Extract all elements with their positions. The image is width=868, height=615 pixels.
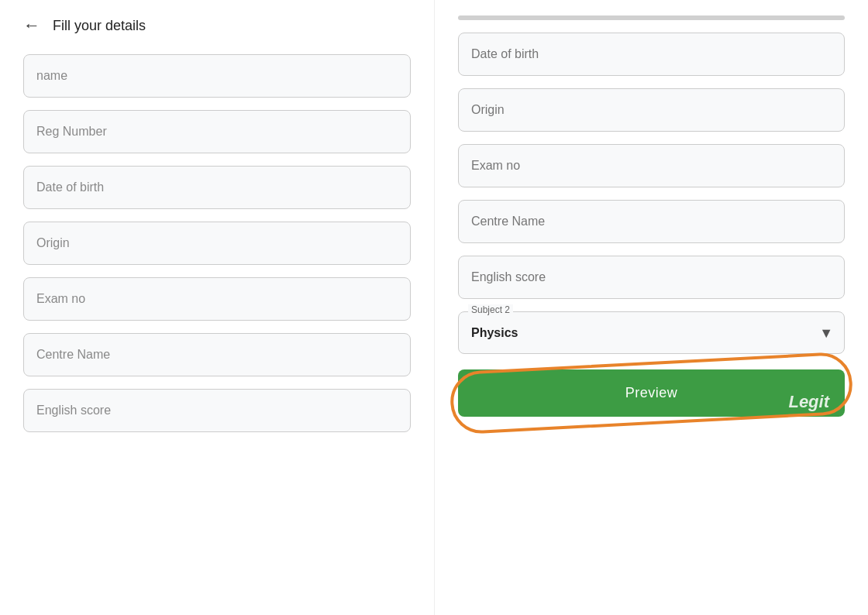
english-score-right-field[interactable] [458,256,845,299]
name-field[interactable] [23,54,411,98]
subject2-dropdown-wrapper: Subject 2 Physics Chemistry Biology Math… [458,311,845,354]
exam-no-field[interactable] [23,277,411,321]
right-panel: Subject 2 Physics Chemistry Biology Math… [434,0,868,615]
exam-no-right-field[interactable] [458,144,845,187]
centre-name-right-field[interactable] [458,200,845,243]
preview-button-wrapper: Preview Legit [458,369,845,417]
date-of-birth-field[interactable] [23,166,411,209]
date-of-birth-right-field[interactable] [458,33,845,76]
top-bar-indicator [458,15,845,20]
preview-button[interactable]: Preview [458,369,845,417]
page-title: Fill your details [53,18,146,34]
origin-right-field[interactable] [458,88,845,132]
subject2-label: Subject 2 [468,304,513,315]
back-button[interactable]: ← [23,15,40,36]
english-score-field[interactable] [23,389,411,432]
centre-name-field[interactable] [23,333,411,376]
header: ← Fill your details [23,15,411,36]
subject2-select[interactable]: Physics Chemistry Biology Mathematics Ge… [459,312,844,353]
left-panel: ← Fill your details [0,0,434,615]
origin-field[interactable] [23,222,411,265]
reg-number-field[interactable] [23,110,411,153]
